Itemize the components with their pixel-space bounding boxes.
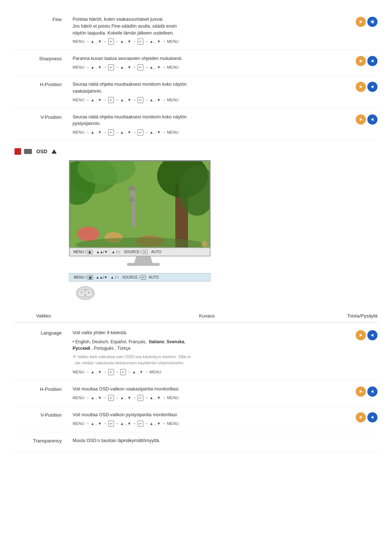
fine-icons (348, 16, 377, 27)
svg-point-20 (77, 227, 99, 241)
ctrl-arrows: ▲▲/▼ (96, 275, 107, 279)
osd-v-position-menu-path: MENU → ▲ , ▼ → ↵ → ▲ , ▼ → ↵ → ▲ , ▼ → M… (73, 421, 348, 427)
enter-icon-6: ↵ (138, 97, 143, 103)
svg-marker-4 (371, 60, 373, 62)
osd-v-enter-2: ↵ (138, 421, 143, 427)
svg-point-27 (81, 291, 83, 293)
svg-marker-33 (360, 390, 362, 393)
osd-gray-icon (24, 149, 32, 154)
monitor-screen (69, 160, 211, 247)
column-headers: Valikko Kuvaus Toista/Pysäytä (15, 309, 377, 323)
osd-h-position-label: H-Position (15, 386, 73, 392)
ctrl-menu: MENU / ▣ (74, 275, 93, 279)
language-icons (348, 329, 377, 340)
svg-marker-3 (360, 60, 362, 62)
osd-red-icon (15, 148, 21, 155)
sharpness-content: Paranna kuvan laatua seuraavien ohjeiden… (73, 55, 348, 70)
osd-v-position-description: Voit muuttaa OSD-valikon pystysijaintia … (73, 412, 348, 418)
v-position-icons (348, 114, 377, 125)
sharpness-description: Paranna kuvan laatua seuraavien ohjeiden… (73, 55, 348, 62)
osd-control-wrapper: MENU / ▣ ▲▲/▼ ▲ /☆ SOURCE / ↵ AUTO (69, 273, 211, 300)
svg-point-24 (201, 241, 207, 247)
osd-h-position-description: Voit muuttaa OSD-valikon vaakasijaintia … (73, 386, 348, 393)
fine-menu-path: MENU → ▲ , ▼ → ↵ → ▲ , ▼ → ↵ → ▲ , ▼ → M… (73, 39, 348, 45)
svg-marker-35 (360, 416, 362, 419)
enter-icon-1: ↵ (108, 39, 114, 45)
sharpness-menu-path: MENU → ▲ , ▼ → ↵ → ▲ , ▼ → ↵ → ▲ , ▼ → M… (73, 64, 348, 70)
fine-back-btn[interactable] (367, 17, 377, 27)
top-settings-section: Fine Poistaa häiriöt, kuten vaakasuuntai… (15, 11, 377, 141)
sharpness-back-btn[interactable] (367, 56, 377, 66)
fine-label: Fine (15, 16, 73, 22)
osd-h-position-forward-btn[interactable] (356, 386, 366, 397)
osd-v-position-row: V-Position Voit muuttaa OSD-valikon pyst… (15, 406, 377, 432)
sharpness-forward-btn[interactable] (356, 56, 366, 66)
h-position-forward-btn[interactable] (356, 82, 366, 92)
enter-icon-8: ↵ (138, 129, 143, 135)
enter-icon-5: ↵ (108, 97, 114, 103)
language-list: • English, Deutsch, Español, Français, I… (73, 339, 348, 352)
osd-h-position-row: H-Position Voit muuttaa OSD-valikon vaak… (15, 381, 377, 406)
lang-enter-1: ↵ (108, 369, 114, 375)
osd-label: OSD (36, 149, 47, 154)
language-row: Language Voit valita yhden 9 kielestä. •… (15, 324, 377, 381)
osd-v-position-icons (348, 412, 377, 422)
v-position-content: Seuraa näitä ohjeita muuttaaksesi monito… (73, 114, 348, 136)
h-position-back-btn[interactable] (367, 82, 377, 92)
osd-v-enter-1: ↵ (108, 421, 114, 427)
enter-icon-4: ↵ (138, 64, 143, 70)
language-back-btn[interactable] (367, 330, 377, 340)
language-description-main: Voit valita yhden 9 kielestä. (73, 329, 348, 336)
osd-h-position-icons (348, 386, 377, 397)
osd-h-position-back-btn[interactable] (367, 386, 377, 397)
fine-description: Poistaa häiriöt, kuten vaakasuuntaiset j… (73, 16, 348, 36)
v-position-row: V-Position Seuraa näitä ohjeita muuttaak… (15, 109, 377, 141)
osd-v-position-forward-btn[interactable] (356, 412, 366, 422)
svg-marker-34 (371, 390, 373, 393)
fine-row: Fine Poistaa häiriöt, kuten vaakasuuntai… (15, 11, 377, 50)
lang-enter-2: ↵ (120, 369, 126, 375)
transparency-icons (352, 437, 377, 438)
col-toista: Toista/Pysäytä (341, 313, 377, 319)
svg-marker-7 (360, 118, 362, 121)
osd-h-position-menu-path: MENU → ▲ , ▼ → ↵ → ▲ , ▼ → ↵ → ▲ , ▼ → M… (73, 395, 348, 401)
ctrl-brightness: ▲ /☆ (110, 275, 119, 279)
h-position-label: H-Position (15, 81, 73, 87)
monitor-frame: MENU / ▣ ▲▲/▼ ▲ /☆ SOURCE / ↵ AUTO (69, 160, 218, 266)
osd-header: OSD (15, 148, 377, 155)
svg-marker-36 (371, 416, 373, 419)
osd-triangle-icon (52, 149, 57, 154)
osd-h-enter-2: ↵ (138, 395, 143, 401)
osd-control-bar: MENU / ▣ ▲▲/▼ ▲ /☆ SOURCE / ↵ AUTO (69, 273, 211, 281)
monitor-image-container: MENU / ▣ ▲▲/▼ ▲ /☆ SOURCE / ↵ AUTO (69, 160, 377, 266)
osd-v-position-label: V-Position (15, 412, 73, 418)
page-wrapper: Fine Poistaa häiriöt, kuten vaakasuuntai… (0, 0, 392, 466)
svg-marker-5 (360, 85, 362, 88)
svg-marker-32 (371, 334, 373, 337)
col-valikko: Valikko (15, 313, 73, 319)
svg-point-30 (84, 294, 86, 296)
monitor-osd-bar: MENU / ▣ ▲▲/▼ ▲ /☆ SOURCE / ↵ AUTO (69, 247, 211, 256)
svg-point-28 (88, 291, 90, 293)
v-position-back-btn[interactable] (367, 114, 377, 125)
osd-bar-menu: MENU / ▣ (73, 250, 93, 254)
h-position-row: H-Position Seuraa näitä ohjeita muuttaak… (15, 76, 377, 109)
remote-svg (73, 282, 102, 300)
svg-point-29 (84, 289, 86, 292)
ctrl-source: SOURCE / ↵ (122, 275, 146, 279)
osd-bar-brightness: ▲ /☆ (111, 250, 120, 254)
osd-bar-source: SOURCE / ↵ (124, 250, 148, 254)
language-forward-btn[interactable] (356, 330, 366, 340)
language-label: Language (15, 329, 73, 336)
transparency-label: Transparency (15, 437, 73, 443)
v-position-forward-btn[interactable] (356, 114, 366, 125)
osd-h-position-content: Voit muuttaa OSD-valikon vaakasijaintia … (73, 386, 348, 401)
osd-bar-auto: AUTO (151, 250, 162, 254)
remote-icon (73, 282, 102, 300)
col-kuvaus: Kuvaus (73, 313, 341, 319)
monitor-stand (134, 256, 152, 263)
osd-v-position-back-btn[interactable] (367, 412, 377, 422)
fine-forward-btn[interactable] (356, 17, 366, 27)
osd-control-section: MENU / ▣ ▲▲/▼ ▲ /☆ SOURCE / ↵ AUTO (69, 273, 377, 300)
svg-marker-6 (371, 85, 373, 88)
